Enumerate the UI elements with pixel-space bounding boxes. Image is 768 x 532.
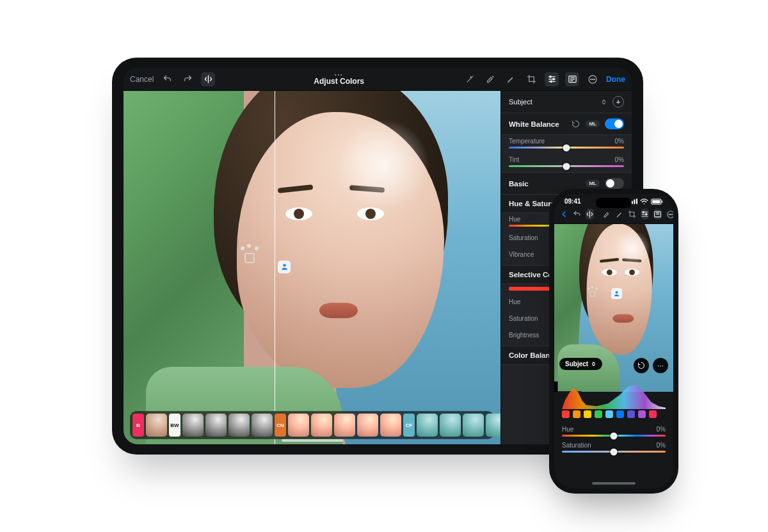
pencil-icon[interactable] [504,72,518,86]
done-button[interactable]: Done [606,75,625,84]
wifi-icon [640,198,648,205]
svg-point-18 [643,211,644,213]
svg-point-1 [549,76,551,78]
basic-toggle[interactable] [605,178,624,189]
histogram [554,378,673,409]
add-subject-button[interactable]: + [612,96,624,108]
svg-point-22 [669,214,669,214]
redo-icon[interactable] [180,72,195,86]
section-title: Basic [509,180,529,188]
preset-item[interactable] [417,414,438,437]
reset-icon[interactable] [572,120,580,129]
preset-item[interactable] [182,414,204,437]
preset-item[interactable] [252,414,273,437]
svg-rect-17 [662,200,662,203]
swatch[interactable] [605,410,613,418]
swatch[interactable] [562,410,570,418]
swatch[interactable] [649,410,657,418]
preset-group-cf[interactable]: CF [403,414,415,437]
preset-item[interactable] [440,414,461,437]
preset-group-cn[interactable]: CN [275,414,286,437]
svg-point-0 [492,76,493,77]
dynamic-island [596,198,632,208]
swatch[interactable] [584,410,591,418]
panel-icon[interactable] [565,72,579,86]
preset-item[interactable] [311,414,332,437]
undo-icon[interactable] [160,72,174,86]
tint-slider[interactable]: Tint0% [501,154,632,172]
more-circle-icon[interactable] [666,209,673,220]
compare-icon[interactable] [201,72,215,86]
compare-divider[interactable] [275,91,275,444]
screen-title: Adjust Colors [314,77,364,86]
preset-item[interactable] [334,414,355,437]
svg-point-7 [592,79,593,79]
iphone-saturation-slider[interactable]: Saturation0% [554,440,673,456]
iphone-device: 09:41 [549,189,678,494]
subject-person-icon[interactable] [278,261,291,273]
compare-icon[interactable] [586,209,594,220]
subject-selector[interactable]: Subject + [501,91,632,113]
crop-icon[interactable] [524,72,538,86]
ml-badge[interactable]: ML [586,180,600,187]
ml-enhance-icon[interactable] [483,72,497,86]
white-balance-toggle[interactable] [605,118,624,129]
subject-person-icon[interactable] [611,288,622,299]
preset-item[interactable] [380,414,401,437]
pencil-icon[interactable] [616,209,623,220]
iphone-adjustments-panel: Hue0% Saturation0% [554,378,673,488]
swatch[interactable] [595,410,602,418]
reset-icon[interactable] [634,358,649,373]
ml-badge[interactable]: ML [586,120,600,127]
more-icon[interactable]: ··· [653,358,668,373]
svg-point-24 [672,214,673,214]
home-indicator [282,439,343,442]
svg-point-3 [550,81,552,83]
svg-rect-12 [634,200,635,204]
iphone-subject-chip[interactable]: Subject [559,358,602,370]
svg-rect-13 [636,198,637,204]
adjustments-icon[interactable] [545,72,559,86]
panel-icon[interactable] [653,209,662,220]
svg-rect-16 [652,200,660,203]
battery-icon [651,198,663,205]
crop-icon[interactable] [628,209,636,220]
preset-group-basic[interactable]: B [132,414,144,437]
white-balance-header[interactable]: White Balance ML [501,113,632,135]
back-icon[interactable] [560,209,568,220]
ipad-canvas[interactable]: B BW CN CF [124,91,500,444]
preset-item[interactable] [463,414,484,437]
ml-enhance-icon[interactable] [603,209,611,220]
preset-item[interactable] [486,414,500,437]
svg-point-6 [591,79,591,79]
swatch[interactable] [573,410,580,418]
svg-point-25 [616,291,618,293]
dropdown-icon [600,99,607,106]
preset-item[interactable] [357,414,378,437]
iphone-hue-slider[interactable]: Hue0% [554,422,673,440]
more-circle-icon[interactable] [586,72,600,86]
cancel-button[interactable]: Cancel [130,75,154,84]
preset-item[interactable] [205,414,227,437]
preset-item[interactable] [288,414,309,437]
swatch[interactable] [616,410,624,418]
preset-item[interactable] [228,414,250,437]
temperature-slider[interactable]: Temperature0% [501,135,632,154]
iphone-toolbar [554,206,673,224]
magic-wand-icon[interactable] [463,72,477,86]
dropdown-icon [591,361,596,367]
preset-group-bw[interactable]: BW [169,414,180,437]
undo-icon[interactable] [573,209,581,220]
ipad-toolbar: Cancel ••• Adjust Colors [124,68,632,91]
swatch[interactable] [627,410,635,418]
photo-preview [124,91,500,444]
svg-point-19 [646,213,647,214]
preset-filmstrip: B BW CN CF [130,411,494,439]
subject-label: Subject [509,98,532,106]
preset-item[interactable] [146,414,167,437]
swatch[interactable] [638,410,646,418]
svg-point-14 [644,203,645,204]
svg-point-8 [594,79,595,79]
svg-point-2 [552,78,554,80]
adjustments-icon[interactable] [641,209,649,220]
